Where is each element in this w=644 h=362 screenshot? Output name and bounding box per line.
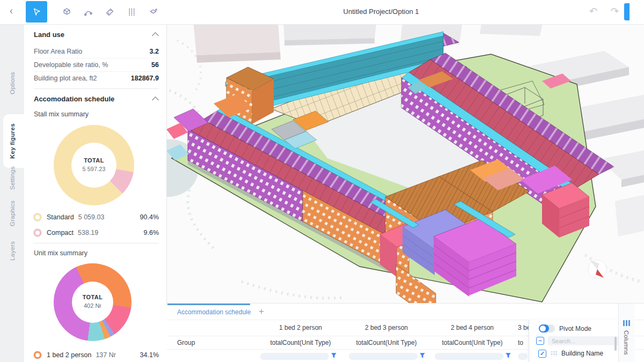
add-tab-button[interactable]: +: [259, 306, 264, 317]
sidebar-tab-layers[interactable]: Layers: [0, 235, 24, 267]
compass[interactable]: [588, 260, 606, 278]
column-header[interactable]: totalCount(Unit Type): [429, 339, 515, 346]
column-filter-input[interactable]: [260, 353, 329, 360]
legend-dot: [34, 229, 41, 237]
legend-dot: [34, 351, 41, 359]
columns-search-input[interactable]: [548, 336, 619, 345]
collapse-chevron-icon[interactable]: [152, 32, 159, 39]
select-all-columns-checkbox[interactable]: −: [536, 337, 544, 345]
ruler-icon: [105, 8, 114, 17]
side-tab-rail: Options Key figures Settings Graphics La…: [0, 24, 24, 362]
legend-row[interactable]: 1 bed 2 person 137 Nr 34.1%: [34, 348, 159, 362]
key-figure-row: Building plot area, ft2 182867.9: [34, 71, 159, 85]
donut-hole: [71, 143, 116, 188]
column-group-header[interactable]: 2 bed 4 person: [429, 324, 515, 331]
sidebar-tab-options[interactable]: Options: [0, 64, 24, 102]
cube-icon: [62, 8, 71, 17]
undo-icon[interactable]: ↶: [589, 5, 597, 17]
pivot-mode-toggle[interactable]: [539, 324, 555, 333]
project-title[interactable]: Untitled Project/Option 1: [241, 8, 521, 16]
column-filter-input[interactable]: [435, 353, 503, 360]
legend-dot: [34, 213, 41, 221]
tab-accommodation-schedule[interactable]: Accommodation schedule: [177, 308, 251, 316]
sidebar-tab-settings[interactable]: Settings: [0, 162, 24, 194]
scrollbar-thumb[interactable]: [614, 337, 617, 351]
application-window: ‹ Untitled Project/Option 1 ↶ ↷: [0, 0, 644, 362]
legend-label: Standard: [47, 213, 74, 221]
columns-tool-panel: Pivot Mode − ✓ Building Name: [529, 320, 619, 362]
legend-percent: 34.1%: [140, 351, 159, 359]
column-group-header[interactable]: 2 bed 3 person: [343, 324, 429, 331]
filter-funnel-icon[interactable]: [505, 352, 511, 359]
primary-action-button[interactable]: [624, 3, 630, 20]
sidebar-tab-graphics[interactable]: Graphics: [0, 197, 24, 230]
unit-mix-subtitle: Unit mix summary: [34, 249, 87, 257]
drag-handle-icon[interactable]: [551, 351, 558, 356]
legend-value: 538.19: [78, 229, 98, 237]
columns-side-tab[interactable]: Columns: [618, 304, 635, 362]
key-figures-panel: Land use Floor Area Ratio 3.2 Developabl…: [24, 24, 167, 362]
legend-label: Compact: [47, 229, 74, 237]
back-icon[interactable]: ‹: [10, 5, 13, 17]
column-group-header[interactable]: 1 bed 2 person: [258, 324, 343, 331]
key-figure-value: 3.2: [150, 48, 159, 55]
bottom-table-panel: Accommodation schedule + 1 bed 2 person …: [166, 303, 644, 362]
key-figure-label: Building plot area, ft2: [34, 75, 97, 82]
key-figure-value: 56: [151, 61, 159, 69]
key-figure-label: Developable site ratio, %: [34, 61, 108, 69]
select-tool-button[interactable]: [26, 1, 47, 23]
unit-mix-donut-chart[interactable]: TOTAL 402 Nr: [54, 263, 131, 341]
section-divider: [34, 243, 159, 243]
column-header[interactable]: totalCount(Unit Type): [343, 339, 429, 346]
stall-mix-donut-chart[interactable]: TOTAL 5 597.23: [54, 125, 134, 205]
column-filter-input[interactable]: [349, 353, 418, 360]
legend-percent: 90.4%: [140, 213, 159, 221]
legend-label: 1 bed 2 person: [47, 351, 91, 359]
column-header-group[interactable]: Group: [177, 339, 195, 346]
donut-total-label: TOTAL: [54, 294, 131, 300]
collapse-chevron-icon[interactable]: [152, 97, 159, 104]
toggle-knob: [540, 326, 546, 331]
key-figure-value: 182867.9: [131, 75, 159, 82]
donut-total-value: 5 597.23: [54, 166, 134, 172]
sidebar-tab-key-figures[interactable]: Key figures: [0, 114, 24, 168]
donut-total-label: TOTAL: [54, 157, 134, 164]
pointer-icon: [32, 8, 41, 17]
top-toolbar: ‹ Untitled Project/Option 1 ↶ ↷: [0, 0, 644, 25]
section-divider: [34, 88, 159, 89]
column-item-label[interactable]: Building Name: [561, 350, 603, 357]
land-use-section-title[interactable]: Land use: [34, 31, 64, 39]
legend-percent: 9.6%: [144, 229, 159, 237]
legend-value: 5 059.03: [78, 213, 105, 221]
donut-total-value: 402 Nr: [54, 302, 131, 309]
legend-row[interactable]: Compact 538.19 9.6%: [34, 226, 159, 240]
legend-row[interactable]: Standard 5 059.03 90.4%: [34, 210, 159, 224]
layers-add-tool-button[interactable]: [142, 1, 164, 23]
solids-tool-button[interactable]: [56, 1, 77, 23]
filter-funnel-icon[interactable]: [419, 352, 426, 359]
layer-add-icon: [149, 8, 158, 17]
key-figure-row: Floor Area Ratio 3.2: [34, 45, 159, 58]
viewport-3d[interactable]: [166, 24, 644, 303]
active-tab-accent: [167, 304, 250, 305]
polyline-tool-button[interactable]: [77, 1, 99, 23]
filter-funnel-icon[interactable]: [331, 352, 337, 359]
section-lines-icon: [127, 8, 136, 17]
sections-tool-button[interactable]: [121, 1, 142, 23]
column-header[interactable]: to: [518, 339, 528, 346]
column-filter-input[interactable]: [518, 353, 528, 360]
accommodation-section-title[interactable]: Accomodation schedule: [34, 95, 114, 103]
stall-mix-subtitle: Stall mix summary: [34, 110, 89, 118]
legend-value: 137 Nr: [96, 351, 116, 359]
key-figure-label: Floor Area Ratio: [34, 48, 82, 55]
column-header[interactable]: totalCount(Unit Type): [258, 339, 343, 346]
columns-side-tab-label: Columns: [623, 330, 630, 354]
columns-icon: [623, 320, 630, 326]
pivot-mode-label: Pivot Mode: [559, 325, 591, 333]
key-figure-row: Developable site ratio, % 56: [34, 58, 159, 72]
redo-icon[interactable]: ↷: [611, 5, 619, 17]
measure-tool-button[interactable]: [99, 1, 120, 23]
column-item-checkbox[interactable]: ✓: [538, 350, 546, 358]
polyline-icon: [84, 8, 93, 17]
